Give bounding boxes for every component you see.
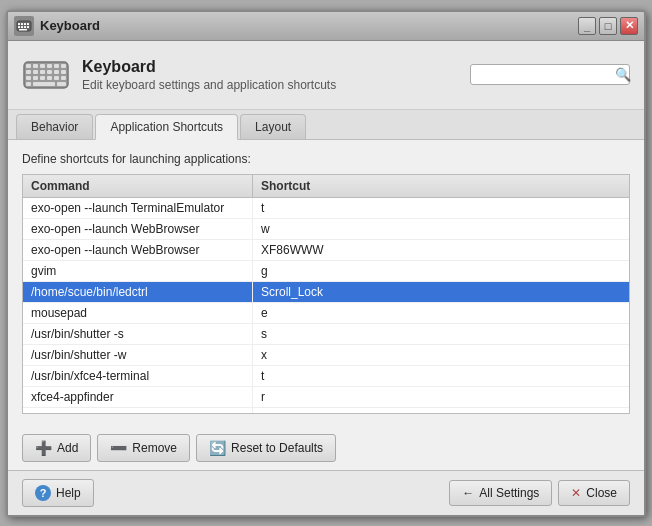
svg-rect-18 — [33, 70, 38, 74]
row-command: /usr/bin/xfce4-terminal — [23, 366, 253, 386]
keyboard-icon — [22, 51, 70, 99]
svg-rect-9 — [19, 29, 27, 31]
window-close-button[interactable]: ✕ — [620, 17, 638, 35]
shortcuts-table[interactable]: Command Shortcut exo-open --launch Termi… — [22, 174, 630, 414]
tab-layout[interactable]: Layout — [240, 114, 306, 139]
table-row[interactable]: /usr/bin/xfce4-terminal t — [23, 366, 629, 387]
svg-rect-20 — [47, 70, 52, 74]
svg-rect-2 — [21, 23, 23, 25]
remove-label: Remove — [132, 441, 177, 455]
svg-rect-5 — [18, 26, 20, 28]
minimize-button[interactable]: _ — [578, 17, 596, 35]
section-label: Define shortcuts for launching applicati… — [22, 152, 630, 166]
row-shortcut: t — [253, 366, 629, 386]
column-command: Command — [23, 175, 253, 197]
header-subtitle: Edit keyboard settings and application s… — [82, 78, 336, 92]
header-area: Keyboard Edit keyboard settings and appl… — [8, 41, 644, 110]
close-icon: ✕ — [571, 486, 581, 500]
table-row[interactable]: exo-open --launch WebBrowser XF86WWW — [23, 240, 629, 261]
search-box[interactable]: 🔍 — [470, 64, 630, 85]
row-command: xfce4-appfinder — [23, 387, 253, 407]
svg-rect-3 — [24, 23, 26, 25]
column-shortcut: Shortcut — [253, 175, 629, 197]
tab-behavior[interactable]: Behavior — [16, 114, 93, 139]
table-body: exo-open --launch TerminalEmulator t exo… — [23, 198, 629, 414]
svg-rect-8 — [27, 26, 29, 28]
svg-rect-17 — [26, 70, 31, 74]
app-icon — [14, 16, 34, 36]
all-settings-label: All Settings — [479, 486, 539, 500]
search-icon[interactable]: 🔍 — [615, 67, 631, 82]
table-row[interactable]: xfce4-appfinder r — [23, 387, 629, 408]
footer-right: ← All Settings ✕ Close — [449, 480, 630, 506]
svg-rect-4 — [27, 23, 29, 25]
row-shortcut: Scroll_Lock — [253, 282, 629, 302]
table-header: Command Shortcut — [23, 175, 629, 198]
svg-rect-16 — [61, 64, 66, 68]
header-title: Keyboard — [82, 58, 336, 76]
table-row[interactable]: /usr/bin/shutter -w x — [23, 345, 629, 366]
table-row[interactable]: exo-open --launch WebBrowser w — [23, 219, 629, 240]
svg-rect-23 — [26, 76, 31, 80]
maximize-button[interactable]: □ — [599, 17, 617, 35]
footer-left: ? Help — [22, 479, 94, 507]
table-row[interactable]: gvim g — [23, 261, 629, 282]
main-window: Keyboard _ □ ✕ — [6, 10, 646, 517]
svg-rect-13 — [40, 64, 45, 68]
help-button[interactable]: ? Help — [22, 479, 94, 507]
svg-rect-11 — [26, 64, 31, 68]
row-command: exo-open --launch WebBrowser — [23, 219, 253, 239]
titlebar-left: Keyboard — [14, 16, 100, 36]
row-command: /home/scue/bin/ledctrl — [23, 282, 253, 302]
table-row[interactable]: /home/scue/bin/ledctrl Scroll_Lock — [23, 282, 629, 303]
all-settings-button[interactable]: ← All Settings — [449, 480, 552, 506]
row-shortcut: e — [253, 303, 629, 323]
reset-icon: 🔄 — [209, 440, 226, 456]
titlebar-title: Keyboard — [40, 18, 100, 33]
add-button[interactable]: ➕ Add — [22, 434, 91, 462]
close-label: Close — [586, 486, 617, 500]
table-row[interactable]: xfce4-appfinder F3 — [23, 408, 629, 414]
titlebar-controls: _ □ ✕ — [578, 17, 638, 35]
row-command: xfce4-appfinder — [23, 408, 253, 414]
svg-rect-26 — [47, 76, 52, 80]
svg-rect-31 — [57, 82, 66, 86]
tab-application-shortcuts[interactable]: Application Shortcuts — [95, 114, 238, 140]
reset-label: Reset to Defaults — [231, 441, 323, 455]
help-label: Help — [56, 486, 81, 500]
row-shortcut: F3 — [253, 408, 629, 414]
row-command: exo-open --launch WebBrowser — [23, 240, 253, 260]
table-row[interactable]: exo-open --launch TerminalEmulator t — [23, 198, 629, 219]
all-settings-icon: ← — [462, 486, 474, 500]
reset-button[interactable]: 🔄 Reset to Defaults — [196, 434, 336, 462]
row-shortcut: w — [253, 219, 629, 239]
row-command: gvim — [23, 261, 253, 281]
svg-rect-1 — [18, 23, 20, 25]
add-label: Add — [57, 441, 78, 455]
row-shortcut: g — [253, 261, 629, 281]
buttons-area: ➕ Add ➖ Remove 🔄 Reset to Defaults — [8, 426, 644, 470]
remove-icon: ➖ — [110, 440, 127, 456]
search-input[interactable] — [475, 68, 615, 82]
row-shortcut: s — [253, 324, 629, 344]
svg-rect-6 — [21, 26, 23, 28]
titlebar: Keyboard _ □ ✕ — [8, 12, 644, 41]
svg-rect-21 — [54, 70, 59, 74]
row-command: /usr/bin/shutter -w — [23, 345, 253, 365]
header-left: Keyboard Edit keyboard settings and appl… — [22, 51, 336, 99]
close-button[interactable]: ✕ Close — [558, 480, 630, 506]
svg-rect-22 — [61, 70, 66, 74]
table-row[interactable]: /usr/bin/shutter -s s — [23, 324, 629, 345]
table-row[interactable]: mousepad e — [23, 303, 629, 324]
svg-rect-27 — [54, 76, 59, 80]
row-shortcut: r — [253, 387, 629, 407]
remove-button[interactable]: ➖ Remove — [97, 434, 190, 462]
row-shortcut: t — [253, 198, 629, 218]
header-text: Keyboard Edit keyboard settings and appl… — [82, 58, 336, 92]
svg-rect-19 — [40, 70, 45, 74]
svg-rect-14 — [47, 64, 52, 68]
help-icon: ? — [35, 485, 51, 501]
svg-rect-28 — [61, 76, 66, 80]
content-area: Define shortcuts for launching applicati… — [8, 140, 644, 426]
row-shortcut: XF86WWW — [253, 240, 629, 260]
